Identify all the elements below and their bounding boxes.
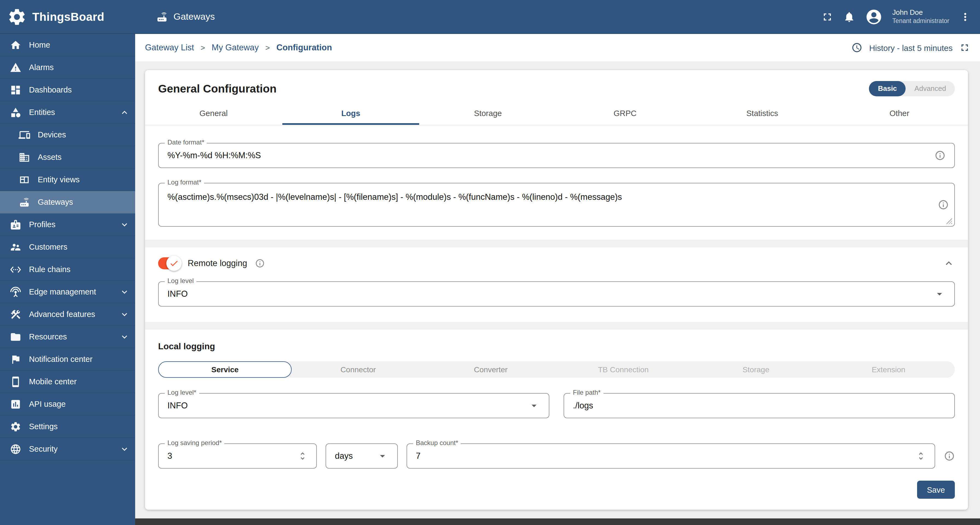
dropdown-arrow-icon[interactable] [934,288,945,300]
date-format-input[interactable]: Date format* %Y-%m-%d %H:%M:%S [158,143,955,168]
segment-storage[interactable]: Storage [690,361,822,378]
info-icon[interactable] [935,150,945,161]
sidebar-item-profiles[interactable]: Profiles [0,214,135,236]
tab-storage[interactable]: Storage [419,102,557,125]
notification-center-icon [10,353,21,365]
info-icon[interactable] [938,199,949,210]
section-title: General Configuration [158,82,277,95]
more-vert-icon[interactable] [959,11,971,23]
log-saving-period-input[interactable]: Log saving period* 3 [158,444,317,469]
sidebar-item-api-usage[interactable]: API usage [0,393,135,415]
application-window: ThingsBoard Gateways John Doe Tenant adm… [0,0,980,525]
remote-log-level-value: INFO [167,289,188,299]
local-logging-tabs: Service Connector Converter TB Connectio… [158,361,955,378]
file-path-label: File path* [570,389,603,396]
card-header: General Configuration Basic Advanced [145,70,968,102]
notifications-bell-icon[interactable] [843,11,855,23]
dropdown-arrow-icon[interactable] [377,450,388,462]
sidebar-item-label: Entities [29,108,55,116]
sidebar-item-assets[interactable]: Assets [0,146,135,169]
sidebar-item-rule-chains[interactable]: Rule chains [0,259,135,281]
tab-grpc[interactable]: GRPC [557,102,694,125]
info-icon[interactable] [944,450,955,461]
backup-count-value: 7 [416,451,420,461]
tab-other[interactable]: Other [831,102,968,125]
mode-advanced[interactable]: Advanced [905,81,955,96]
local-log-level-select[interactable]: Log level* INFO [158,393,549,418]
file-path-input[interactable]: File path* ./logs [563,393,955,418]
sidebar-item-notification-center[interactable]: Notification center [0,348,135,370]
local-log-level-label: Log level* [165,389,199,396]
breadcrumb-separator: > [266,43,270,52]
warning-icon [10,62,21,73]
sidebar-item-label: Home [29,40,50,49]
number-stepper-icon[interactable] [298,451,307,461]
log-saving-period-label: Log saving period* [165,439,224,447]
security-icon [10,443,21,455]
sidebar-item-edge-management[interactable]: Edge management [0,281,135,303]
info-icon[interactable] [255,259,264,268]
sidebar-item-entity-views[interactable]: Entity views [0,169,135,191]
sidebar-item-label: Resources [29,332,67,341]
remote-log-level-select[interactable]: Log level INFO [158,281,955,306]
segment-extension[interactable]: Extension [822,361,955,378]
avatar[interactable] [865,8,883,26]
profiles-icon [10,219,21,230]
segment-converter[interactable]: Converter [424,361,557,378]
breadcrumb-gateway-list[interactable]: Gateway List [145,43,194,53]
resources-icon [10,331,21,342]
mode-basic[interactable]: Basic [869,81,905,96]
history-range-label[interactable]: History - last 5 minutes [869,43,953,52]
save-button[interactable]: Save [917,481,955,499]
topbar-page-title: Gateways [173,11,215,22]
log-format-input[interactable]: Log format* %(asctime)s.%(msecs)03d - |%… [158,183,955,227]
tab-general[interactable]: General [145,102,282,125]
segment-service[interactable]: Service [158,361,292,378]
resize-handle[interactable] [946,218,952,224]
dashboards-icon [10,84,21,96]
configuration-card: General Configuration Basic Advanced Gen… [145,70,968,510]
thingsboard-logo [7,7,27,27]
chevron-down-icon [119,309,130,319]
sidebar-item-home[interactable]: Home [0,34,135,56]
sidebar-item-customers[interactable]: Customers [0,236,135,259]
sidebar-item-devices[interactable]: Devices [0,124,135,146]
segment-tb-connection[interactable]: TB Connection [557,361,690,378]
user-menu[interactable]: John Doe Tenant administrator [892,8,949,26]
sidebar-item-entities[interactable]: Entities [0,101,135,124]
gateway-icon [19,196,30,208]
local-logging-row-1: Log level* INFO File path* ./logs [158,393,955,418]
sidebar-item-mobile-center[interactable]: Mobile center [0,370,135,393]
remote-logging-toggle[interactable] [158,257,180,269]
tab-statistics[interactable]: Statistics [694,102,830,125]
advanced-features-icon [10,308,21,320]
number-stepper-icon[interactable] [916,451,926,461]
sidebar-item-advanced-features[interactable]: Advanced features [0,303,135,326]
category-icon [10,107,21,118]
sidebar-item-settings[interactable]: Settings [0,415,135,438]
collapse-section-icon[interactable] [943,257,955,269]
breadcrumb-my-gateway[interactable]: My Gateway [212,43,259,53]
sidebar-item-dashboards[interactable]: Dashboards [0,79,135,101]
sidebar-item-alarms[interactable]: Alarms [0,56,135,79]
fullscreen-icon[interactable] [959,42,970,53]
sidebar-item-label: Rule chains [29,265,71,274]
sidebar-item-security[interactable]: Security [0,438,135,460]
sidebar-item-label: Notification center [29,355,92,364]
entity-views-icon [19,174,30,185]
sidebar-item-gateways[interactable]: Gateways [0,191,135,214]
log-format-label: Log format* [165,179,204,186]
log-format-value: %(asctime)s.%(msecs)03d - |%(levelname)s… [167,192,622,202]
section-divider [145,322,968,330]
fullscreen-icon[interactable] [821,11,834,23]
segment-connector[interactable]: Connector [292,361,425,378]
tab-logs[interactable]: Logs [282,102,419,125]
local-logging-row-2: Log saving period* 3 days Backup count* … [158,444,955,469]
sidebar-item-label: Edge management [29,287,96,296]
devices-icon [19,129,30,140]
backup-count-input[interactable]: Backup count* 7 [407,444,935,469]
period-unit-select[interactable]: days [326,444,398,469]
sidebar-item-resources[interactable]: Resources [0,326,135,348]
chevron-down-icon [119,219,130,230]
dropdown-arrow-icon[interactable] [528,400,540,412]
